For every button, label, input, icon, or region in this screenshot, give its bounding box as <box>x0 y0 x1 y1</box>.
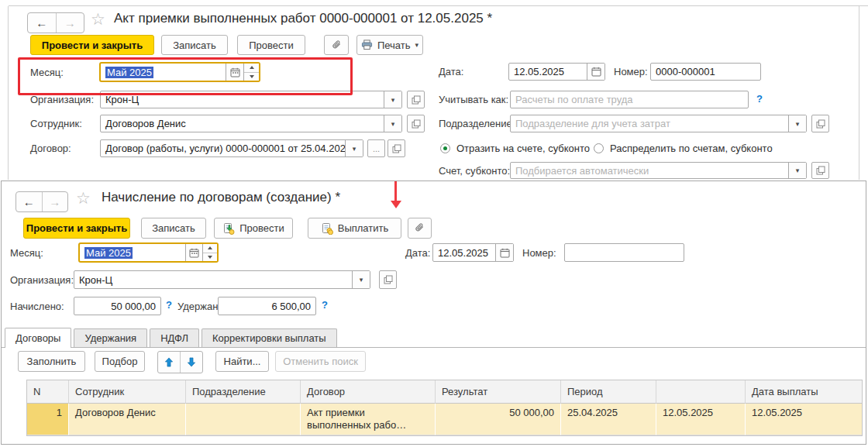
contracts-table: N Сотрудник Подразделение Договор Резуль… <box>26 380 863 436</box>
month-calendar-button[interactable] <box>226 64 243 81</box>
date-calendar-button[interactable] <box>587 64 604 80</box>
column-header-pay-date[interactable]: Дата выплаты <box>746 380 862 404</box>
organization-field[interactable]: Крон-Ц ▾ <box>100 91 402 108</box>
tab-ndfl[interactable]: НДФЛ <box>150 328 199 347</box>
favorite-star-icon[interactable]: ☆ <box>91 11 105 27</box>
post-and-close-button[interactable]: Провести и закрыть <box>23 218 130 239</box>
attachment-button[interactable] <box>408 218 432 239</box>
column-header-n[interactable]: N <box>27 380 69 404</box>
date-field[interactable]: 12.05.2025 <box>508 63 605 81</box>
employee-dropdown-button[interactable]: ▾ <box>384 115 401 132</box>
back-icon[interactable]: ← <box>16 192 42 211</box>
withheld-field[interactable]: 6 500,00 <box>218 297 316 315</box>
reflect-option-2[interactable]: Распределить по счетам, субконто <box>594 143 773 154</box>
save-button[interactable]: Записать <box>141 218 206 239</box>
contract-field[interactable]: Договор (работы, услуги) 0000-000001 от … <box>100 139 363 157</box>
forward-icon[interactable]: → <box>42 192 68 211</box>
spinner-down-icon[interactable] <box>203 253 217 262</box>
month-spinner[interactable] <box>202 244 217 261</box>
organization-open-button[interactable] <box>379 270 397 289</box>
row-period-start-cell[interactable]: 25.04.2025 <box>561 404 656 435</box>
pick-button[interactable]: Подбор <box>95 351 145 372</box>
organization-value: Крон-Ц <box>101 91 384 108</box>
radio-selected-icon[interactable] <box>440 143 450 153</box>
column-header-department[interactable]: Подразделение <box>186 380 301 404</box>
post-document-icon <box>222 222 235 235</box>
department-open-button[interactable] <box>811 115 829 132</box>
department-label: Подразделение: <box>439 118 515 129</box>
month-field[interactable]: Май 2025 <box>78 242 219 263</box>
row-period-end-cell[interactable]: 12.05.2025 <box>656 404 746 435</box>
post-button[interactable]: Провести <box>214 218 293 239</box>
account-as-field[interactable]: Расчеты по оплате труда <box>510 91 749 108</box>
department-field[interactable]: Подразделение для учета затрат ▾ <box>510 115 807 132</box>
column-header-blank[interactable] <box>656 380 746 404</box>
column-header-contract[interactable]: Договор <box>301 380 436 404</box>
print-button[interactable]: Печать ▾ <box>356 35 423 55</box>
attachment-button[interactable] <box>324 35 349 55</box>
organization-open-button[interactable] <box>407 91 425 108</box>
spinner-up-icon[interactable] <box>244 64 259 72</box>
account-as-help-link[interactable]: ? <box>756 93 763 105</box>
month-field[interactable]: Май 2025 <box>99 62 260 82</box>
back-icon[interactable]: ← <box>28 13 56 33</box>
organization-dropdown-button[interactable]: ▾ <box>352 271 370 288</box>
contract-ellipsis-button[interactable]: ... <box>367 139 385 157</box>
department-dropdown-button[interactable]: ▾ <box>788 115 806 132</box>
row-pay-date-cell[interactable]: 12.05.2025 <box>746 404 862 435</box>
organization-field[interactable]: Крон-Ц ▾ <box>74 270 370 289</box>
account-dropdown-button[interactable]: ▾ <box>788 163 806 178</box>
employee-open-button[interactable] <box>407 115 425 132</box>
favorite-star-icon[interactable]: ☆ <box>76 190 91 206</box>
withheld-help-link[interactable]: ? <box>322 299 328 311</box>
move-up-icon[interactable] <box>158 352 180 373</box>
pay-button-label: Выплатить <box>338 222 389 234</box>
reflect-option-2-label: Распределить по счетам, субконто <box>610 143 773 154</box>
spinner-down-icon[interactable] <box>244 72 259 81</box>
month-value: Май 2025 <box>84 247 133 259</box>
column-header-result[interactable]: Результат <box>436 380 561 404</box>
row-employee-cell[interactable]: Договоров Денис <box>69 404 186 435</box>
forward-icon[interactable]: → <box>56 13 84 33</box>
account-field[interactable]: Подбирается автоматически ▾ <box>510 162 807 179</box>
accrual-window: ← → ☆ Начисление по договорам (создание)… <box>1 181 866 445</box>
tab-contracts[interactable]: Договоры <box>5 328 71 348</box>
save-button[interactable]: Записать <box>161 35 228 55</box>
pay-button[interactable]: Выплатить <box>308 218 401 239</box>
contract-open-button[interactable] <box>388 139 405 157</box>
post-button[interactable]: Провести <box>237 35 305 55</box>
column-header-period[interactable]: Период <box>561 380 656 404</box>
reflect-option-1[interactable]: Отразить на счете, субконто <box>440 143 590 154</box>
row-number-cell[interactable]: 1 <box>27 404 69 435</box>
history-nav: ← → <box>16 191 68 212</box>
cancel-search-button[interactable]: Отменить поиск <box>275 351 366 372</box>
date-calendar-button[interactable] <box>495 244 513 261</box>
withheld-value: 6 500,00 <box>219 297 315 315</box>
column-header-employee[interactable]: Сотрудник <box>69 380 186 404</box>
fill-button[interactable]: Заполнить <box>18 351 85 372</box>
spinner-up-icon[interactable] <box>203 244 217 253</box>
radio-unselected-icon[interactable] <box>594 143 604 153</box>
employee-field[interactable]: Договоров Денис ▾ <box>100 115 402 132</box>
accrued-field[interactable]: 50 000,00 <box>74 297 161 315</box>
contract-dropdown-button[interactable]: ▾ <box>345 140 363 156</box>
number-field[interactable] <box>564 243 684 262</box>
tab-payment-adjustments[interactable]: Корректировки выплаты <box>202 328 337 347</box>
tab-withholdings[interactable]: Удержания <box>74 328 147 347</box>
row-result-cell[interactable]: 50 000,00 <box>436 404 561 435</box>
date-field[interactable]: 12.05.2025 <box>432 243 514 262</box>
month-spinner[interactable] <box>243 64 259 81</box>
month-calendar-button[interactable] <box>185 244 202 261</box>
move-down-icon[interactable] <box>180 352 202 373</box>
date-label: Дата: <box>439 66 463 77</box>
post-and-close-button[interactable]: Провести и закрыть <box>30 35 154 55</box>
row-contract-cell[interactable]: Акт приемки выполненных рабо… <box>301 404 436 435</box>
account-open-button[interactable] <box>811 162 829 179</box>
row-department-cell[interactable] <box>186 404 301 435</box>
number-field[interactable]: 0000-000001 <box>650 63 761 81</box>
calendar-icon <box>230 67 240 77</box>
chevron-down-icon: ▾ <box>415 41 419 49</box>
organization-dropdown-button[interactable]: ▾ <box>384 91 401 108</box>
accrued-help-link[interactable]: ? <box>166 299 172 311</box>
find-button[interactable]: Найти... <box>215 351 269 372</box>
